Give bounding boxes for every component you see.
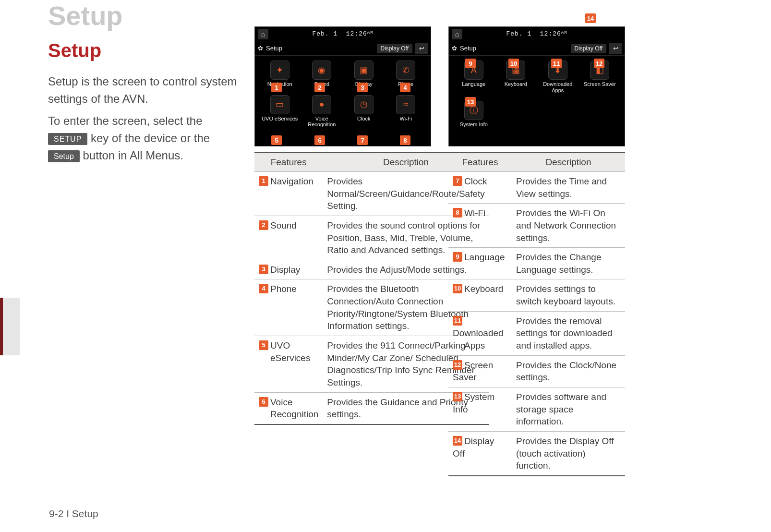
gear-icon: ✿ [452, 45, 457, 52]
section-tab [0, 298, 20, 355]
num-badge: 5 [259, 340, 268, 350]
table-row: 7Clock Provides the Time and View settin… [448, 172, 625, 204]
num-badge: 14 [453, 436, 462, 446]
feature-desc: Provides settings to switch keyboard lay… [512, 279, 625, 311]
table-row: 11DownloadedApps Provides the removal se… [448, 311, 625, 355]
feature-desc: Provides the Wi-Fi On and Network Connec… [512, 204, 625, 248]
home-icon: ⌂ [452, 29, 462, 39]
back-icon: ↩ [415, 43, 428, 54]
callout-1: 1 [271, 83, 282, 92]
num-badge: 12 [453, 360, 462, 370]
feature-name: Sound [270, 220, 297, 230]
feature-name: Phone [270, 284, 297, 294]
gear-icon: ✿ [258, 45, 263, 52]
num-badge: 11 [453, 316, 462, 326]
feature-name: Keyboard [464, 284, 503, 294]
num-badge: 13 [453, 392, 462, 401]
home-icon: ⌂ [258, 29, 268, 39]
callout-10: 10 [508, 59, 519, 68]
callout-12: 12 [594, 59, 604, 68]
feature-name: Navigation [270, 176, 313, 186]
feature-desc: Provides the removal settings for downlo… [512, 311, 625, 355]
callout-8: 8 [400, 135, 410, 145]
speaker-icon: ◉ [312, 60, 331, 80]
app-clock: ◷Clock [343, 95, 385, 128]
callout-6: 6 [314, 135, 325, 145]
num-badge: 8 [453, 208, 462, 218]
screen-title: Setup [266, 45, 282, 52]
intro-seg-a: To enter the screen, select the [48, 114, 203, 127]
num-badge: 9 [453, 252, 462, 262]
callout-5: 5 [271, 135, 282, 145]
feature-name: DownloadedApps [453, 328, 504, 351]
feature-name: Wi-Fi [464, 208, 485, 218]
features-table-b: Features Description 7Clock Provides the… [448, 152, 625, 476]
callout-9: 9 [465, 59, 476, 68]
setup-softkey: Setup [48, 150, 80, 162]
table-row: 14Display Off Provides the Display Off (… [448, 431, 625, 475]
num-badge: 4 [259, 284, 268, 293]
intro-text: Setup is the screen to control system se… [48, 73, 240, 164]
uvo-icon: ▭ [270, 95, 289, 114]
feature-name: Display [270, 265, 300, 275]
clock-icon: ◷ [354, 95, 373, 114]
page-footer: 9-2 I Setup [49, 508, 98, 520]
display-off-button: Display Off [377, 44, 412, 53]
table-row: 12Screen Saver Provides the Clock/None s… [448, 355, 625, 387]
table-row: 9Language Provides the Change Language s… [448, 248, 625, 279]
callout-3: 3 [357, 83, 368, 92]
callout-2: 2 [314, 83, 325, 92]
table-row: 10Keyboard Provides settings to switch k… [448, 279, 625, 311]
voice-icon: ● [312, 95, 331, 114]
screenshot-setup-page2: ⌂ Feb. 1 12:26AM ✿ Setup Display Off ↩ 1… [448, 26, 625, 146]
back-icon: ↩ [609, 43, 622, 54]
screenshot-setup-page1: ⌂ Feb. 1 12:26AM ✿ Setup Display Off ↩ ✦… [254, 26, 431, 146]
app-voice: ●Voice Recognition [301, 95, 343, 128]
table-row: 13System Info Provides software and stor… [448, 387, 625, 431]
num-badge: 2 [259, 220, 268, 230]
feature-desc: Provides the Display Off (touch activati… [512, 431, 625, 475]
callout-14: 14 [585, 13, 596, 23]
feature-desc: Provides the Change Language settings. [512, 248, 625, 279]
num-badge: 6 [259, 397, 268, 407]
display-icon: ▣ [354, 60, 373, 80]
display-off-button: Display Off [571, 44, 606, 53]
callout-4: 4 [400, 83, 410, 92]
num-badge: 3 [259, 265, 268, 274]
feature-desc: Provides software and storage space info… [512, 387, 625, 431]
feature-name: Clock [464, 176, 487, 186]
intro-p2: To enter the screen, select the SETUP ke… [48, 112, 240, 164]
num-badge: 1 [259, 176, 268, 186]
clock-readout: Feb. 1 12:26AM [312, 30, 373, 37]
num-badge: 7 [453, 176, 462, 186]
wifi-icon: ≈ [396, 95, 415, 114]
feature-desc: Provides the Clock/None settings. [512, 355, 625, 387]
th-description: Description [512, 153, 625, 172]
intro-seg-c: button in All Menus. [83, 149, 183, 162]
num-badge: 10 [453, 284, 462, 293]
th-features: Features [254, 153, 323, 172]
callout-13: 13 [465, 97, 476, 107]
table-row: 8Wi-Fi Provides the Wi-Fi On and Network… [448, 204, 625, 248]
intro-seg-b: key of the device or the [91, 132, 210, 145]
clock-readout: Feb. 1 12:26AM [506, 30, 567, 37]
feature-desc: Provides the Time and View settings. [512, 172, 625, 204]
phone-icon: ✆ [396, 60, 415, 80]
feature-name: Language [464, 252, 505, 262]
callout-7: 7 [357, 135, 368, 145]
setup-hardkey: SETUP [48, 133, 87, 145]
compass-icon: ✦ [270, 60, 289, 80]
th-features: Features [448, 153, 512, 172]
screen-title: Setup [460, 45, 476, 52]
intro-p1: Setup is the screen to control system se… [48, 73, 240, 108]
app-uvo: ▭UVO eServices [259, 95, 301, 128]
app-wifi: ≈Wi-Fi [385, 95, 427, 128]
callout-11: 11 [551, 59, 562, 68]
